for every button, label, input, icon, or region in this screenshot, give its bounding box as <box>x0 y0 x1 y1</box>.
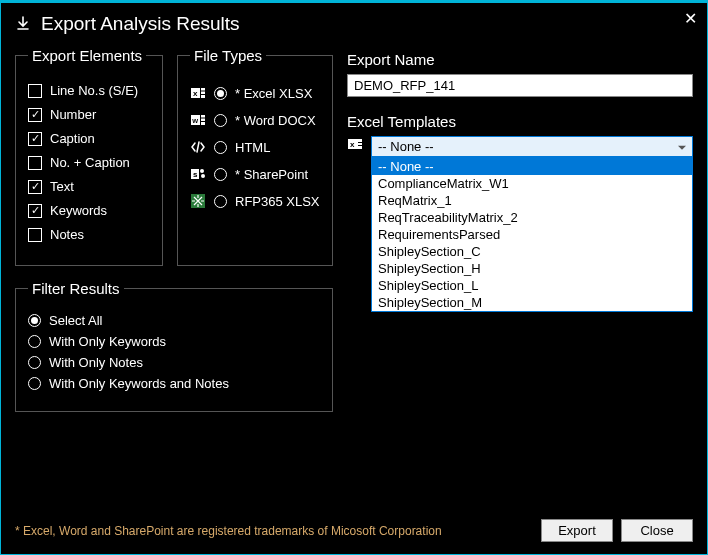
dropdown-option[interactable]: ShipleySection_M <box>372 294 692 311</box>
checkbox-icon: ✓ <box>28 132 42 146</box>
filter-radio[interactable]: With Only Keywords <box>28 334 320 349</box>
radio-icon <box>28 356 41 369</box>
radio-label: With Only Keywords <box>49 334 166 349</box>
filter-results-legend: Filter Results <box>28 280 124 297</box>
radio-icon <box>214 195 227 208</box>
checkbox-label: Caption <box>50 131 95 146</box>
excel-icon: x <box>190 85 206 101</box>
checkbox-label: No. + Caption <box>50 155 130 170</box>
file-type-radio[interactable]: w* Word DOCX <box>190 112 320 128</box>
dropdown-option[interactable]: -- None -- <box>372 158 692 175</box>
svg-rect-9 <box>201 122 205 125</box>
dropdown-option[interactable]: ShipleySection_L <box>372 277 692 294</box>
checkbox-icon: ✓ <box>28 180 42 194</box>
radio-icon <box>214 141 227 154</box>
checkbox-icon: ✓ <box>28 204 42 218</box>
dropdown-list[interactable]: -- None --ComplianceMatrix_W1ReqMatrix_1… <box>371 157 693 312</box>
code-icon <box>190 139 206 155</box>
file-types-panel: File Types x* Excel XLSXw* Word DOCXHTML… <box>177 47 333 266</box>
radio-icon <box>214 114 227 127</box>
export-elements-panel: Export Elements Line No.s (S/E)✓Number✓C… <box>15 47 163 266</box>
file-type-radio[interactable]: x* Excel XLSX <box>190 85 320 101</box>
radio-label: Select All <box>49 313 102 328</box>
radio-label: RFP365 XLSX <box>235 194 320 209</box>
svg-point-13 <box>201 174 205 178</box>
checkbox-icon: ✓ <box>28 108 42 122</box>
checkbox-label: Notes <box>50 227 84 242</box>
export-element-checkbox[interactable]: Line No.s (S/E) <box>28 83 150 98</box>
export-elements-legend: Export Elements <box>28 47 146 64</box>
checkbox-icon <box>28 228 42 242</box>
excel-templates-dropdown[interactable]: -- None -- -- None --ComplianceMatrix_W1… <box>371 136 693 157</box>
svg-point-12 <box>200 169 204 173</box>
svg-rect-19 <box>358 146 362 149</box>
filter-radio[interactable]: Select All <box>28 313 320 328</box>
export-name-label: Export Name <box>347 51 693 68</box>
svg-rect-4 <box>201 95 205 98</box>
svg-rect-17 <box>358 139 362 142</box>
export-element-checkbox[interactable]: No. + Caption <box>28 155 150 170</box>
filter-radio[interactable]: With Only Notes <box>28 355 320 370</box>
dropdown-selected[interactable]: -- None -- <box>371 136 693 157</box>
excel-templates-label: Excel Templates <box>347 113 693 130</box>
radio-label: * SharePoint <box>235 167 308 182</box>
radio-icon <box>214 168 227 181</box>
close-button[interactable]: Close <box>621 519 693 542</box>
checkbox-label: Number <box>50 107 96 122</box>
export-element-checkbox[interactable]: ✓Keywords <box>28 203 150 218</box>
titlebar: Export Analysis Results <box>1 3 707 41</box>
checkbox-icon <box>28 84 42 98</box>
checkbox-icon <box>28 156 42 170</box>
checkbox-label: Keywords <box>50 203 107 218</box>
svg-rect-2 <box>201 88 205 91</box>
file-type-radio[interactable]: s* SharePoint <box>190 166 320 182</box>
file-types-legend: File Types <box>190 47 266 64</box>
dropdown-option[interactable]: ShipleySection_C <box>372 243 692 260</box>
file-type-radio[interactable]: RFP365 XLSX <box>190 193 320 209</box>
sharepoint-icon: s <box>190 166 206 182</box>
trademark-footnote: * Excel, Word and SharePoint are registe… <box>15 524 533 538</box>
dropdown-option[interactable]: ComplianceMatrix_W1 <box>372 175 692 192</box>
radio-label: With Only Keywords and Notes <box>49 376 229 391</box>
export-name-input[interactable] <box>347 74 693 97</box>
dropdown-option[interactable]: ReqTraceabilityMatrix_2 <box>372 209 692 226</box>
export-element-checkbox[interactable]: Notes <box>28 227 150 242</box>
checkbox-label: Line No.s (S/E) <box>50 83 138 98</box>
rfp365-icon <box>190 193 206 209</box>
export-element-checkbox[interactable]: ✓Number <box>28 107 150 122</box>
window-title: Export Analysis Results <box>41 13 240 35</box>
dropdown-option[interactable]: ShipleySection_H <box>372 260 692 277</box>
radio-icon <box>28 314 41 327</box>
radio-label: * Word DOCX <box>235 113 316 128</box>
dropdown-option[interactable]: ReqMatrix_1 <box>372 192 692 209</box>
export-element-checkbox[interactable]: ✓Text <box>28 179 150 194</box>
svg-text:x: x <box>350 140 355 149</box>
export-button[interactable]: Export <box>541 519 613 542</box>
dropdown-option[interactable]: RequirementsParsed <box>372 226 692 243</box>
excel-icon: x <box>347 136 363 152</box>
svg-rect-7 <box>201 115 205 118</box>
filter-results-panel: Filter Results Select AllWith Only Keywo… <box>15 280 333 412</box>
close-icon[interactable]: ✕ <box>684 9 697 28</box>
svg-text:s: s <box>193 170 198 179</box>
radio-label: * Excel XLSX <box>235 86 312 101</box>
radio-icon <box>28 335 41 348</box>
radio-icon <box>28 377 41 390</box>
svg-rect-8 <box>201 119 205 122</box>
svg-rect-3 <box>201 92 205 95</box>
radio-icon <box>214 87 227 100</box>
svg-text:x: x <box>193 89 198 98</box>
checkbox-label: Text <box>50 179 74 194</box>
download-icon <box>15 16 31 32</box>
export-element-checkbox[interactable]: ✓Caption <box>28 131 150 146</box>
file-type-radio[interactable]: HTML <box>190 139 320 155</box>
filter-radio[interactable]: With Only Keywords and Notes <box>28 376 320 391</box>
radio-label: HTML <box>235 140 270 155</box>
svg-rect-18 <box>358 143 362 145</box>
radio-label: With Only Notes <box>49 355 143 370</box>
word-icon: w <box>190 112 206 128</box>
svg-text:w: w <box>191 116 198 125</box>
